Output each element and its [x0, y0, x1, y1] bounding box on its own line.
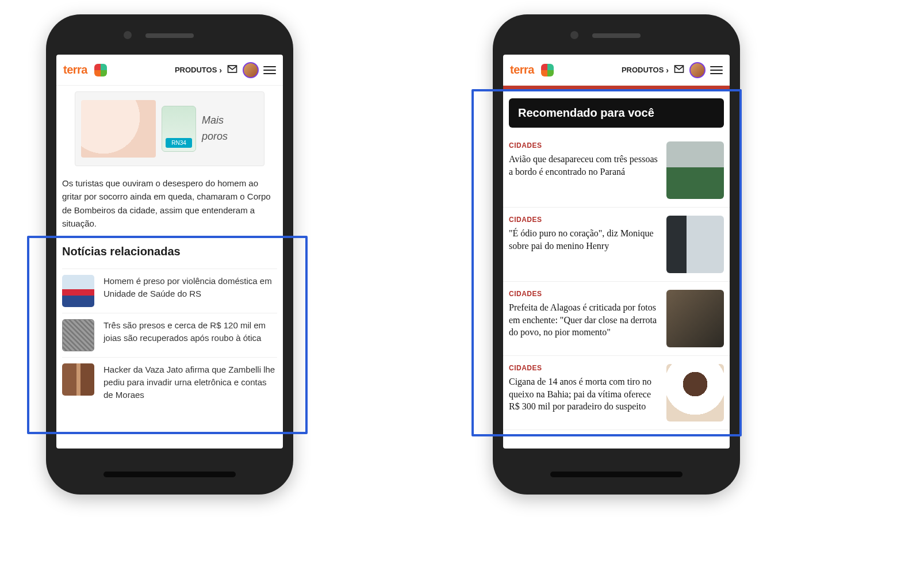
recommended-item[interactable]: CIDADES "É ódio puro no coração", diz Mo… [503, 208, 730, 282]
produtos-link[interactable]: PRODUTOS › [622, 66, 669, 75]
related-thumb-icon [62, 319, 94, 351]
ad-copy-line2: poros [202, 129, 228, 145]
menu-icon[interactable] [263, 66, 276, 74]
related-news-title: Homem é preso por violência doméstica em… [103, 275, 277, 307]
logo-mark-icon [94, 64, 107, 76]
ad-image-pack: RN34 [162, 106, 196, 152]
related-news-item[interactable]: Três são presos e cerca de R$ 120 mil em… [62, 313, 277, 357]
ad-copy-line1: Mais [202, 113, 228, 129]
phone-camera [124, 31, 132, 39]
phone-camera [570, 31, 578, 39]
recommended-thumb-icon [666, 216, 724, 273]
phone-screen-right: terra PRODUTOS › Recomendado para você [503, 55, 730, 449]
related-thumb-icon [62, 363, 94, 396]
chevron-right-icon: › [219, 66, 222, 75]
article-paragraph: Os turistas que ouviram o desespero do h… [62, 177, 277, 230]
recommended-thumb-icon [666, 141, 724, 199]
avatar[interactable] [243, 62, 259, 78]
recommended-item[interactable]: CIDADES Avião que desapareceu com três p… [503, 133, 730, 208]
related-thumb-icon [62, 275, 94, 307]
menu-icon[interactable] [710, 66, 723, 74]
recommended-title: Prefeita de Alagoas é criticada por foto… [509, 301, 660, 339]
logo-mark-icon [541, 64, 554, 76]
produtos-label: PRODUTOS [622, 66, 664, 74]
related-news-item[interactable]: Homem é preso por violência doméstica em… [62, 269, 277, 313]
phone-mockup-left: terra PRODUTOS › RN34 [46, 14, 293, 495]
related-news-heading: Notícias relacionadas [62, 243, 277, 260]
recommended-thumb-icon [666, 364, 724, 421]
category-label: CIDADES [509, 216, 660, 224]
category-label: CIDADES [509, 364, 660, 372]
ad-banner[interactable]: RN34 Mais poros [75, 91, 264, 166]
ad-pack-tag: RN34 [166, 138, 192, 148]
chevron-right-icon: › [666, 66, 669, 75]
ad-copy: Mais poros [202, 113, 228, 145]
phone-mockup-right: terra PRODUTOS › Recomendado para você [493, 14, 740, 495]
recommended-heading-box: Recomendado para você [509, 98, 724, 128]
ad-image-baby [81, 100, 156, 158]
recommended-thumb-icon [666, 290, 724, 347]
section-accent-bar [503, 86, 730, 90]
category-label: CIDADES [509, 290, 660, 298]
related-news-title: Três são presos e cerca de R$ 120 mil em… [103, 319, 277, 351]
article-content-left: RN34 Mais poros Os turistas que ouviram … [56, 91, 283, 415]
recommended-item[interactable]: CIDADES Cigana de 14 anos é morta com ti… [503, 356, 730, 430]
phone-screen-left: terra PRODUTOS › RN34 [56, 55, 283, 449]
related-news-item[interactable]: Hacker da Vaza Jato afirma que Zambelli … [62, 357, 277, 407]
app-header: terra PRODUTOS › [503, 55, 730, 86]
phone-home-bar [550, 472, 683, 477]
app-header: terra PRODUTOS › [56, 55, 283, 86]
recommended-title: "É ódio puro no coração", diz Monique so… [509, 227, 660, 252]
produtos-label: PRODUTOS [175, 66, 217, 74]
produtos-link[interactable]: PRODUTOS › [175, 66, 222, 75]
stage: terra PRODUTOS › RN34 [0, 0, 924, 571]
mail-icon[interactable] [673, 63, 685, 77]
recommended-heading: Recomendado para você [518, 106, 715, 120]
recommended-item[interactable]: CIDADES Prefeita de Alagoas é criticada … [503, 282, 730, 356]
phone-speaker [145, 33, 194, 38]
related-news-title: Hacker da Vaza Jato afirma que Zambelli … [103, 363, 277, 401]
recommended-title: Cigana de 14 anos é morta com tiro no qu… [509, 375, 660, 413]
phone-home-bar [103, 472, 236, 477]
mail-icon[interactable] [227, 63, 238, 77]
phone-speaker [592, 33, 641, 38]
avatar[interactable] [689, 62, 706, 78]
logo-text[interactable]: terra [510, 63, 534, 76]
category-label: CIDADES [509, 141, 660, 150]
logo-text[interactable]: terra [63, 63, 87, 76]
recommended-title: Avião que desapareceu com três pessoas a… [509, 153, 660, 178]
